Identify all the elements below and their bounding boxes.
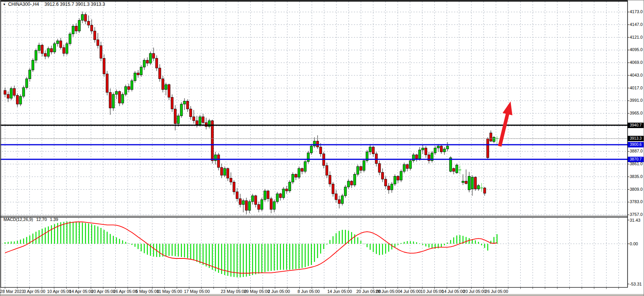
date-tick-label: 2 Jun 05:00	[268, 289, 290, 294]
price-tick-label: 3887.0	[630, 149, 643, 153]
macd-tick-label: -53.31	[630, 282, 642, 286]
symbol-period-label: CHINA300-,H4	[8, 2, 39, 7]
price-tick-label: 3861.0	[630, 161, 643, 166]
date-tick-label: 28 Jun 05:00	[376, 289, 400, 294]
chart-window: ▼ CHINA300-,H4 3912.6 3915.7 3901.3 3913…	[0, 0, 644, 296]
date-tick-label: 3 Apr 05:00	[24, 289, 45, 294]
symbol-dropdown-icon[interactable]: ▼	[3, 3, 6, 6]
macd-tick-label: 0.00	[630, 241, 638, 246]
macd-signal-value: 1.39	[50, 217, 58, 222]
macd-main-value: 12.70	[36, 217, 47, 222]
price-tick-label: 4147.0	[630, 22, 643, 27]
price-tick-label: 3835.0	[630, 174, 643, 179]
price-tick-label: 3757.0	[630, 212, 643, 217]
date-tick-label: 20 Jul 05:00	[463, 289, 486, 294]
ohlc-readout: 3912.6 3915.7 3901.3 3913.3	[44, 2, 105, 7]
date-tick-label: 17 May 05:00	[184, 289, 210, 294]
price-tick-label: 3991.0	[630, 98, 643, 103]
date-tick-label: 23 May 05:00	[221, 289, 247, 294]
macd-tick-label: 31.43	[630, 218, 641, 222]
date-tick-label: 14 Jun 05:00	[327, 289, 352, 294]
date-tick-label: 5 May 05:00	[136, 289, 159, 294]
price-tick-label: 4017.0	[630, 86, 643, 90]
date-tick-label: 14 Jul 05:00	[442, 289, 465, 294]
chart-canvas[interactable]	[0, 0, 644, 296]
price-tick-label: 4173.0	[630, 9, 643, 14]
price-tick-label: 3809.0	[630, 187, 643, 192]
price-line-badge[interactable]: 3940.7	[628, 123, 644, 128]
price-line-badge[interactable]: 3900.6	[628, 142, 644, 147]
macd-indicator-label: MACD(12,26,9) 12.70 1.39	[3, 217, 60, 222]
date-tick-label: 8 Jun 05:00	[297, 289, 320, 294]
date-tick-label: 26 Apr 05:00	[113, 289, 137, 294]
price-tick-label: 3783.0	[630, 199, 643, 204]
price-tick-label: 4121.0	[630, 35, 643, 39]
price-line-badge[interactable]: 3870.7	[628, 157, 644, 162]
price-line-badge[interactable]: 3913.3	[628, 136, 644, 141]
date-tick-label: 26 Jul 05:00	[485, 289, 508, 294]
date-tick-label: 10 Jul 05:00	[420, 289, 444, 294]
bottom-scroll-strip[interactable]	[0, 294, 644, 296]
price-tick-label: 4069.0	[630, 60, 643, 65]
date-tick-label: 10 Apr 05:00	[47, 289, 71, 294]
macd-name: MACD(12,26,9)	[3, 217, 33, 222]
date-tick-label: 20 Apr 05:00	[91, 289, 115, 294]
price-tick-label: 4043.0	[630, 73, 643, 77]
date-tick-label: 4 Jul 05:00	[400, 289, 421, 294]
price-tick-label: 4095.0	[630, 47, 643, 52]
chart-title: ▼ CHINA300-,H4 3912.6 3915.7 3901.3 3913…	[3, 2, 105, 7]
date-tick-label: 14 Apr 05:00	[69, 289, 93, 294]
date-tick-label: 28 Mar 2023	[0, 289, 24, 294]
price-tick-label: 3965.0	[630, 111, 643, 115]
date-tick-label: 29 May 05:00	[244, 289, 270, 294]
date-tick-label: 11 May 05:00	[157, 289, 182, 294]
